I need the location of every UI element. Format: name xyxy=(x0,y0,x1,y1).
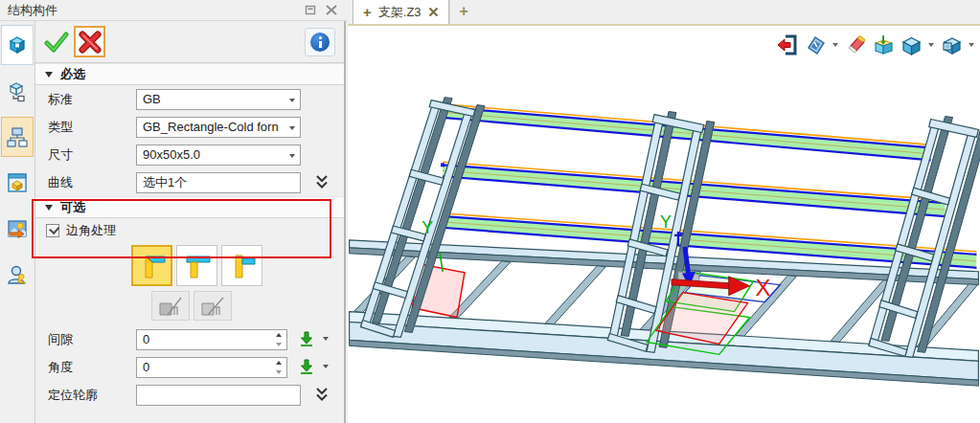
corner-treatment-label: 边角处理 xyxy=(66,222,116,239)
ok-button[interactable] xyxy=(40,26,72,57)
curves-input[interactable]: 选中1个 xyxy=(136,172,301,193)
axis-label-y-left: Y xyxy=(422,218,433,237)
isometric-view-caret-icon[interactable] xyxy=(926,33,936,57)
gap-label: 间隙 xyxy=(48,331,73,348)
angle-label: 角度 xyxy=(48,359,73,376)
spin-up-icon[interactable] xyxy=(271,359,285,368)
spin-down-icon[interactable] xyxy=(271,367,285,377)
view-orientation-button[interactable] xyxy=(803,33,828,57)
pin-box-button[interactable] xyxy=(871,33,896,57)
info-icon xyxy=(310,33,330,52)
profile-expand-button[interactable] xyxy=(313,385,330,404)
spin-down-icon[interactable] xyxy=(271,340,285,349)
model-canvas[interactable]: X Y Y xyxy=(348,28,980,423)
standard-label: 标准 xyxy=(48,91,73,108)
angle-import-button[interactable] xyxy=(296,356,317,377)
viewport-region: + 支架.Z3 + xyxy=(348,0,980,423)
panel-title: 结构构件 xyxy=(0,2,57,19)
spin-up-icon[interactable] xyxy=(271,331,285,341)
viewport-toolbar xyxy=(775,33,976,57)
section-header-required[interactable]: 必选 xyxy=(35,63,344,85)
new-tab-button[interactable]: + xyxy=(449,0,478,24)
action-button-row xyxy=(35,21,344,63)
render-image-icon xyxy=(6,217,29,240)
angle-import-caret-icon[interactable] xyxy=(323,365,329,368)
curves-label: 曲线 xyxy=(48,174,73,191)
gap-import-caret-icon[interactable] xyxy=(323,337,329,341)
angle-value: 0 xyxy=(143,360,149,374)
wireframe-cube-icon xyxy=(6,79,29,102)
sidebar-item-shape-tab[interactable] xyxy=(1,25,34,65)
corner-miter-button[interactable] xyxy=(131,245,172,286)
info-button[interactable] xyxy=(305,28,335,56)
section-title: 可选 xyxy=(60,199,85,216)
chevron-down-icon xyxy=(289,126,295,130)
cube-window-icon xyxy=(941,34,963,56)
trim-second-button[interactable] xyxy=(194,291,232,321)
close-panel-icon[interactable] xyxy=(325,5,338,16)
panel-window-buttons xyxy=(304,5,348,16)
size-dropdown[interactable]: 90x50x5.0 xyxy=(136,145,301,166)
curves-expand-button[interactable] xyxy=(313,172,330,191)
required-fields: 标准 GB 类型 GB_Rectangle-Cold forn 尺寸 90x50… xyxy=(35,85,344,196)
document-tab[interactable]: + 支架.Z3 xyxy=(353,0,449,24)
selected-rail-top[interactable] xyxy=(438,104,931,161)
application-window: 结构构件 xyxy=(0,0,980,423)
double-chevron-down-icon xyxy=(315,174,329,189)
sidebar-item-view-manager[interactable] xyxy=(1,163,34,203)
type-dropdown[interactable]: GB_Rectangle-Cold forn xyxy=(136,117,301,138)
field-row-gap: 间隙 0 xyxy=(35,325,344,353)
gap-spinner xyxy=(271,331,285,349)
sidebar-item-visualize-manager[interactable] xyxy=(1,209,34,249)
profile-input[interactable] xyxy=(136,385,301,406)
window-cube-icon xyxy=(6,171,29,194)
window-display-caret-icon[interactable] xyxy=(967,33,976,57)
trim-first-button[interactable] xyxy=(151,291,190,321)
document-tab-bar: + 支架.Z3 + xyxy=(348,0,980,26)
standard-dropdown[interactable]: GB xyxy=(136,89,301,110)
axis-label-y-center: Y xyxy=(660,212,672,232)
document-tab-label: 支架.Z3 xyxy=(378,4,422,21)
cancel-button[interactable] xyxy=(74,26,105,57)
type-label: 类型 xyxy=(48,119,73,136)
corner-butt-vertical-button[interactable] xyxy=(221,245,262,286)
trim-buttons xyxy=(35,291,344,325)
section-header-optional[interactable]: 可选 xyxy=(35,196,344,218)
field-row-standard: 标准 GB xyxy=(35,85,344,113)
exit-button[interactable] xyxy=(775,33,800,57)
3d-model-scene[interactable]: X Y Y xyxy=(348,28,980,423)
close-tab-icon[interactable] xyxy=(428,7,439,17)
gap-value: 0 xyxy=(143,332,149,346)
view-plane-icon xyxy=(805,34,827,56)
field-row-type: 类型 GB_Rectangle-Cold forn xyxy=(35,113,344,141)
standard-value: GB xyxy=(143,92,161,106)
sidebar-item-wireframe-manager[interactable] xyxy=(1,71,34,111)
angle-input[interactable]: 0 xyxy=(136,357,287,378)
gap-input[interactable]: 0 xyxy=(136,329,287,350)
green-download-icon xyxy=(298,358,315,375)
gap-import-button[interactable] xyxy=(296,328,317,349)
axis-label-x: X xyxy=(756,275,771,301)
sidebar-item-role-manager[interactable] xyxy=(1,255,34,295)
isometric-view-button[interactable] xyxy=(899,33,923,57)
corner-butt-horizontal-button[interactable] xyxy=(176,245,217,286)
view-orientation-caret-icon[interactable] xyxy=(831,33,840,57)
chevron-down-icon xyxy=(289,154,295,158)
angle-spinner xyxy=(271,359,285,377)
sidebar-item-assembly-manager[interactable] xyxy=(1,117,34,157)
pin-box-icon xyxy=(873,34,895,56)
sidebar-icon-strip xyxy=(0,21,35,423)
profile-label: 定位轮廓 xyxy=(48,387,98,404)
chevron-down-icon xyxy=(289,99,295,102)
window-display-button[interactable] xyxy=(939,33,964,57)
exit-icon xyxy=(777,34,798,56)
tab-plus-icon: + xyxy=(363,4,372,20)
hierarchy-icon xyxy=(6,125,29,148)
float-panel-icon[interactable] xyxy=(304,5,317,16)
eraser-button[interactable] xyxy=(843,33,868,57)
structural-member-panel: 必选 标准 GB 类型 GB_Rectangle-Cold forn 尺寸 xyxy=(35,21,346,423)
field-row-size: 尺寸 90x50x5.0 xyxy=(35,141,344,168)
corner-treatment-checkbox[interactable] xyxy=(46,224,59,237)
collapse-arrow-icon xyxy=(45,205,53,211)
miter-corner-icon xyxy=(137,251,168,281)
